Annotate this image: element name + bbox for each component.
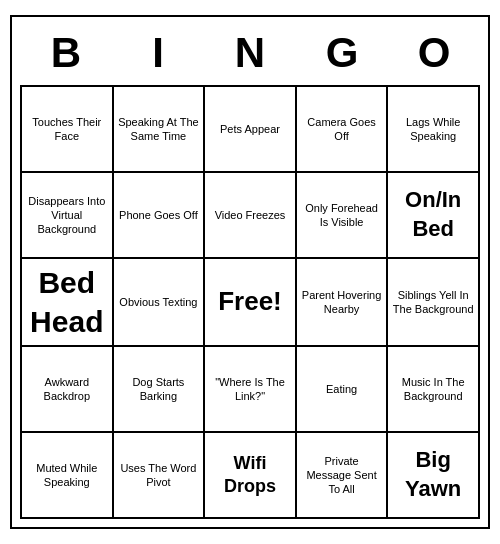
bingo-cell-23: Private Message Sent To All — [297, 433, 389, 519]
bingo-letter-b: B — [22, 29, 110, 77]
bingo-cell-11: Obvious Texting — [114, 259, 206, 347]
bingo-cell-6: Phone Goes Off — [114, 173, 206, 259]
bingo-cell-19: Music In The Background — [388, 347, 480, 433]
bingo-cell-15: Awkward Backdrop — [22, 347, 114, 433]
bingo-cell-2: Pets Appear — [205, 87, 297, 173]
bingo-cell-9: On/In Bed — [388, 173, 480, 259]
bingo-card: BINGO Touches Their FaceSpeaking At The … — [10, 15, 490, 529]
bingo-cell-14: Siblings Yell In The Background — [388, 259, 480, 347]
bingo-cell-5: Disappears Into Virtual Background — [22, 173, 114, 259]
bingo-cell-4: Lags While Speaking — [388, 87, 480, 173]
bingo-header: BINGO — [20, 25, 480, 85]
bingo-letter-g: G — [298, 29, 386, 77]
bingo-cell-7: Video Freezes — [205, 173, 297, 259]
bingo-letter-i: I — [114, 29, 202, 77]
bingo-cell-20: Muted While Speaking — [22, 433, 114, 519]
bingo-letter-o: O — [390, 29, 478, 77]
bingo-cell-18: Eating — [297, 347, 389, 433]
bingo-cell-10: Bed Head — [22, 259, 114, 347]
bingo-cell-0: Touches Their Face — [22, 87, 114, 173]
bingo-grid: Touches Their FaceSpeaking At The Same T… — [20, 85, 480, 519]
bingo-cell-17: "Where Is The Link?" — [205, 347, 297, 433]
bingo-cell-22: Wifi Drops — [205, 433, 297, 519]
bingo-letter-n: N — [206, 29, 294, 77]
bingo-cell-3: Camera Goes Off — [297, 87, 389, 173]
bingo-cell-16: Dog Starts Barking — [114, 347, 206, 433]
bingo-cell-21: Uses The Word Pivot — [114, 433, 206, 519]
bingo-cell-8: Only Forehead Is Visible — [297, 173, 389, 259]
bingo-cell-13: Parent Hovering Nearby — [297, 259, 389, 347]
bingo-cell-1: Speaking At The Same Time — [114, 87, 206, 173]
bingo-cell-12: Free! — [205, 259, 297, 347]
bingo-cell-24: Big Yawn — [388, 433, 480, 519]
